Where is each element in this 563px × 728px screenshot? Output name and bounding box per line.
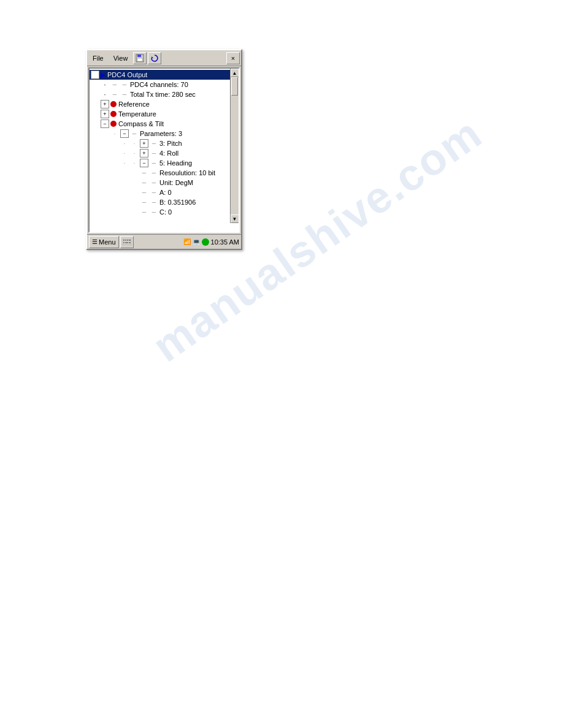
menu-button[interactable]: ☰ Menu (89, 236, 119, 248)
folder-icon: ▶ (101, 71, 105, 79)
status-bar: ☰ Menu 📶 💻 10:35 AM (87, 234, 241, 249)
tree-item-label: 5: Heading (159, 159, 192, 167)
connector: ─ (150, 159, 158, 167)
connector: ─ (140, 198, 148, 207)
expand-icon[interactable]: + (140, 149, 148, 157)
status-time-area: 📶 💻 10:35 AM (183, 238, 239, 246)
connector: ─ (140, 208, 148, 216)
tree-row[interactable]: · − ─ Parameters: 3 (109, 129, 230, 138)
svg-rect-9 (123, 242, 124, 243)
collapse-icon[interactable]: − (140, 159, 148, 167)
main-window: File View × − ▶ PDC4 Output (86, 49, 242, 250)
connector: ─ (140, 178, 148, 187)
svg-rect-1 (137, 55, 141, 57)
svg-rect-10 (125, 242, 128, 243)
connector: ─ (150, 169, 158, 177)
tree-scroll: − ▶ PDC4 Output · ─ ─ PDC4 channels: 70 … (90, 69, 239, 232)
connector-v: · (130, 139, 139, 148)
connector: ─ (120, 90, 129, 99)
menu-label: Menu (99, 238, 116, 246)
tree-row[interactable]: + Temperature (99, 109, 230, 119)
keyboard-button[interactable] (120, 236, 134, 248)
connector: ─ (140, 188, 148, 197)
connector: ─ (150, 198, 158, 207)
tree-row[interactable]: · ─ ─ PDC4 channels: 70 (99, 80, 230, 89)
scroll-track-h[interactable] (98, 232, 230, 233)
menu-view[interactable]: View (109, 53, 132, 64)
tree-row[interactable]: ─ ─ A: 0 (139, 188, 230, 197)
connector-v: · (110, 129, 119, 138)
scroll-down-button[interactable]: ▼ (231, 214, 239, 223)
connector-v: · (130, 159, 139, 167)
scroll-up-button[interactable]: ▲ (231, 69, 239, 77)
expand-icon[interactable]: + (101, 110, 109, 118)
device-icon: 💻 (193, 238, 200, 245)
connector: ─ (150, 188, 158, 197)
tree-item-label: Unit: DegM (159, 179, 193, 186)
connector: ─ (130, 129, 139, 138)
svg-rect-8 (129, 240, 131, 241)
scroll-right-button[interactable]: ▶ (230, 232, 239, 233)
connector: ─ (110, 80, 119, 89)
connector: ─ (150, 208, 158, 216)
tree-item-label: PDC4 Output (107, 71, 147, 78)
connector: ─ (140, 169, 148, 177)
tree-row[interactable]: · ─ ─ Total Tx time: 280 sec (99, 89, 230, 99)
red-circle-icon (110, 101, 117, 107)
tree-content: − ▶ PDC4 Output · ─ ─ PDC4 channels: 70 … (90, 69, 230, 218)
tree-row[interactable]: · · + ─ 4: Roll (119, 148, 230, 158)
tree-item-label: A: 0 (159, 189, 172, 196)
clock-time: 10:35 AM (211, 238, 239, 246)
tree-row[interactable]: ─ ─ Resoulution: 10 bit (139, 168, 230, 178)
connector: ─ (150, 149, 158, 157)
tree-row[interactable]: − ▶ PDC4 Output (90, 70, 230, 80)
tree-item-label: Compass & Tilt (118, 120, 164, 127)
expand-placeholder: · (101, 80, 109, 89)
tree-row[interactable]: ─ ─ Unit: DegM (139, 178, 230, 188)
title-bar: File View × (87, 50, 241, 66)
red-circle-icon (110, 111, 117, 117)
tree-item-label: Reference (118, 100, 150, 108)
connector: ─ (150, 178, 158, 187)
save-button[interactable] (133, 52, 147, 64)
expand-icon[interactable]: + (101, 100, 109, 108)
connector-v: · (120, 139, 129, 148)
close-button[interactable]: × (226, 52, 240, 64)
scrollbar-horizontal[interactable]: ◀ ▶ (90, 232, 239, 233)
tree-item-label: Parameters: 3 (140, 130, 182, 137)
tree-item-label: 3: Pitch (159, 140, 182, 147)
svg-rect-5 (123, 240, 124, 241)
tree-row[interactable]: ─ ─ B: 0.351906 (139, 197, 230, 207)
tree-item-label: C: 0 (159, 208, 172, 216)
tree-row[interactable]: + Reference (99, 99, 230, 109)
tree-container: − ▶ PDC4 Output · ─ ─ PDC4 channels: 70 … (88, 67, 240, 233)
scroll-track[interactable] (231, 77, 239, 214)
refresh-button[interactable] (148, 52, 161, 64)
connector-v: · (130, 149, 139, 157)
tree-item-label: Temperature (118, 110, 156, 118)
svg-rect-7 (127, 240, 128, 241)
connector-v: · (120, 149, 129, 157)
tree-item-label: Total Tx time: 280 sec (130, 91, 196, 98)
scrollbar-vertical[interactable]: ▲ ▼ (230, 69, 239, 223)
tree-row[interactable]: ─ ─ C: 0 (139, 207, 230, 217)
scroll-thumb[interactable] (231, 77, 238, 96)
status-indicator (202, 238, 209, 246)
tree-row[interactable]: − Compass & Tilt (99, 119, 230, 129)
svg-rect-6 (125, 240, 126, 241)
collapse-icon[interactable]: − (91, 70, 99, 79)
svg-marker-3 (151, 56, 153, 58)
tree-row[interactable]: · · + ─ 3: Pitch (119, 138, 230, 148)
collapse-icon[interactable]: − (101, 119, 109, 128)
collapse-icon[interactable]: − (120, 129, 129, 138)
menu-file[interactable]: File (88, 53, 108, 64)
connector: ─ (120, 80, 129, 89)
svg-rect-2 (137, 58, 142, 61)
menu-icon: ☰ (92, 238, 98, 245)
tree-row[interactable]: · · − ─ 5: Heading (119, 158, 230, 168)
svg-rect-11 (129, 242, 131, 243)
scroll-left-button[interactable]: ◀ (90, 232, 98, 233)
expand-icon[interactable]: + (140, 139, 148, 148)
tree-item-label: 4: Roll (159, 150, 178, 157)
red-circle-icon (110, 121, 117, 127)
